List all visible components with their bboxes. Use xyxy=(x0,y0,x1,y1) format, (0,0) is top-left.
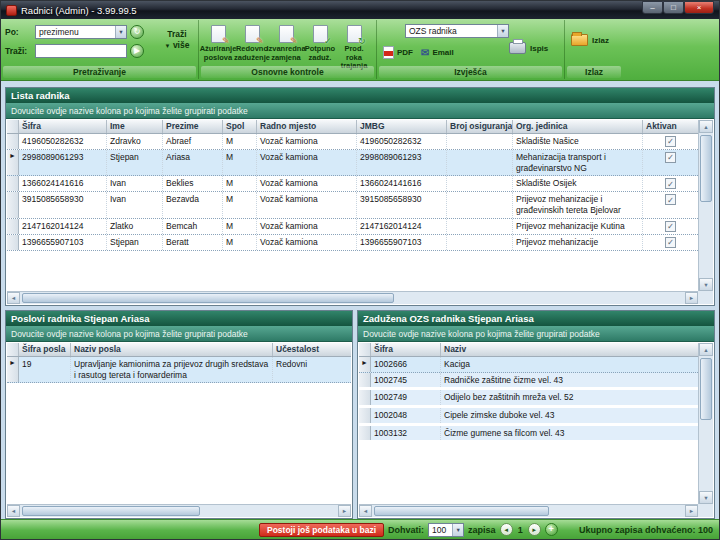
fetch-count-select[interactable]: 100 ▼ xyxy=(428,523,464,537)
table-row[interactable]: 1002745 Radničke zaštitne čizme vel. 43 xyxy=(359,373,698,391)
column-header-naziv[interactable]: Naziv xyxy=(441,343,698,356)
go-icon: ▶ xyxy=(134,47,140,55)
horizontal-scrollbar[interactable]: ◄ ► xyxy=(7,291,698,304)
check-icon: ✓ xyxy=(667,137,674,146)
scrollbar-thumb[interactable] xyxy=(22,506,200,516)
column-header-jmbg[interactable]: JMBG xyxy=(357,120,447,133)
active-checkbox[interactable]: ✓ xyxy=(665,194,676,205)
table-row[interactable]: 1002749 Odijelo bez zaštitnih mreža vel.… xyxy=(359,390,698,408)
search-more-line2: više xyxy=(173,40,190,50)
scrollbar-track[interactable] xyxy=(20,505,338,517)
row-gutter xyxy=(7,219,19,234)
horizontal-scrollbar[interactable]: ◄ ► xyxy=(7,504,351,517)
print-button[interactable]: Ispis xyxy=(509,42,548,54)
scroll-down-button[interactable]: ▼ xyxy=(699,491,713,504)
arrow-down-icon: ▼ xyxy=(703,282,708,288)
table-row[interactable]: 1002048 Cipele zimske duboke vel. 43 xyxy=(359,408,698,426)
scrollbar-track[interactable] xyxy=(699,356,713,491)
workers-group-by-bar[interactable]: Dovucite ovdje nazive kolona po kojima ž… xyxy=(6,103,714,119)
row-gutter xyxy=(7,176,19,191)
selected-row-arrow-icon: ► xyxy=(361,359,368,368)
email-button[interactable]: ✉ Email xyxy=(421,48,454,58)
extraordinary-replacement-button[interactable]: ✎ Izvanredna zamjena xyxy=(269,22,303,71)
controls-group-label: Osnovne kontrole xyxy=(201,66,374,78)
refresh-button[interactable]: ↻ xyxy=(130,25,144,39)
next-page-button[interactable]: ► xyxy=(528,523,541,536)
search-more-line1: Traži xyxy=(156,29,198,40)
vertical-scrollbar[interactable]: ▲ ▼ xyxy=(698,343,713,504)
app-icon[interactable] xyxy=(6,5,17,16)
horizontal-scrollbar[interactable]: ◄ ► xyxy=(359,504,698,517)
title-bar: Radnici (Admin) - 3.99.99.5 – □ × xyxy=(1,1,719,19)
column-header-ucestalost[interactable]: Učestalost xyxy=(273,343,351,356)
column-header-sifra[interactable]: Šifra xyxy=(371,343,441,356)
vertical-scrollbar[interactable]: ▲ ▼ xyxy=(698,120,713,291)
scrollbar-thumb[interactable] xyxy=(700,358,712,420)
column-header-spol[interactable]: Spol xyxy=(223,120,257,133)
scrollbar-thumb[interactable] xyxy=(374,506,549,516)
search-go-button[interactable]: ▶ xyxy=(130,44,144,58)
active-checkbox[interactable]: ✓ xyxy=(665,221,676,232)
fetch-more-button[interactable]: + xyxy=(545,523,558,536)
scrollbar-thumb[interactable] xyxy=(22,293,394,303)
header-gutter xyxy=(7,120,19,133)
table-row-selected[interactable]: ► 1002666 Kaciga xyxy=(359,357,698,373)
close-button[interactable]: × xyxy=(684,1,714,14)
maximize-button[interactable]: □ xyxy=(663,1,684,14)
scrollbar-track[interactable] xyxy=(372,505,685,517)
exit-button[interactable]: Izlaz xyxy=(571,34,609,46)
column-header-sifra-posla[interactable]: Šifra posla xyxy=(19,343,71,356)
scroll-left-button[interactable]: ◄ xyxy=(7,505,20,517)
table-row[interactable]: 1366024141616 Ivan Beklies M Vozač kamio… xyxy=(7,176,698,192)
table-row[interactable]: 1396655907103 Stjepan Beratt M Vozač kam… xyxy=(7,235,698,251)
report-type-select[interactable]: OZS radnika ▼ xyxy=(405,24,509,38)
minimize-button[interactable]: – xyxy=(642,1,663,14)
table-row-selected[interactable]: ► 2998089061293 Stjepan Ariasa M Vozač k… xyxy=(7,150,698,176)
column-header-ime[interactable]: Ime xyxy=(107,120,163,133)
active-checkbox[interactable]: ✓ xyxy=(665,136,676,147)
search-more-button[interactable]: Traži ▼ više xyxy=(156,29,198,52)
pdf-button[interactable]: PDF xyxy=(383,46,413,59)
prev-page-button[interactable]: ◄ xyxy=(500,523,513,536)
extend-expiry-button[interactable]: ↻ Prod. roka trajanja xyxy=(337,22,371,71)
column-header-org-jedinica[interactable]: Org. jedinica xyxy=(513,120,643,133)
column-header-broj-osiguranja[interactable]: Broj osiguranja xyxy=(447,120,513,133)
column-header-sifra[interactable]: Šifra xyxy=(19,120,107,133)
jobs-table-header: Šifra posla Naziv posla Učestalost xyxy=(7,343,351,357)
table-row[interactable]: 3915085658930 Ivan Bezavda M Vozač kamio… xyxy=(7,192,698,218)
scrollbar-thumb[interactable] xyxy=(700,135,712,202)
scroll-right-button[interactable]: ► xyxy=(685,505,698,517)
table-row[interactable]: 1003132 Čizme gumene sa filcom vel. 43 xyxy=(359,426,698,444)
full-assignment-button[interactable]: ✓ Potpuno zaduž. xyxy=(303,22,337,71)
scroll-left-button[interactable]: ◄ xyxy=(359,505,372,517)
scrollbar-track[interactable] xyxy=(699,133,713,278)
search-input[interactable] xyxy=(35,44,127,58)
search-by-value: prezimenu xyxy=(39,27,79,37)
jobs-group-by-bar[interactable]: Dovucite ovdje nazive kolona po kojima ž… xyxy=(6,326,352,342)
arrow-right-icon: ► xyxy=(689,508,694,514)
update-jobs-button[interactable]: ✎ Ažuriranje poslova xyxy=(201,22,235,71)
arrow-left-icon: ◄ xyxy=(11,295,16,301)
scroll-left-button[interactable]: ◄ xyxy=(7,292,20,304)
scroll-right-button[interactable]: ► xyxy=(685,292,698,304)
scroll-up-button[interactable]: ▲ xyxy=(699,120,713,133)
table-row[interactable]: 4196050282632 Zdravko Abraef M Vozač kam… xyxy=(7,134,698,150)
scroll-down-button[interactable]: ▼ xyxy=(699,278,713,291)
column-header-aktivan[interactable]: Aktivan xyxy=(643,120,698,133)
table-row-selected[interactable]: ► 19 Upravljanje kamionima za prijevoz d… xyxy=(7,357,351,383)
scrollbar-track[interactable] xyxy=(20,292,685,304)
column-header-radno-mjesto[interactable]: Radno mjesto xyxy=(257,120,357,133)
column-header-prezime[interactable]: Prezime xyxy=(163,120,223,133)
scroll-up-button[interactable]: ▲ xyxy=(699,343,713,356)
active-checkbox[interactable]: ✓ xyxy=(665,152,676,163)
active-checkbox[interactable]: ✓ xyxy=(665,178,676,189)
arrow-left-icon: ◄ xyxy=(11,508,16,514)
search-by-select[interactable]: prezimenu ▼ xyxy=(35,25,127,39)
regular-assignment-button[interactable]: ✎ Redovno zaduženje xyxy=(235,22,269,71)
ozs-group-by-bar[interactable]: Dovucite ovdje nazive kolona po kojima ž… xyxy=(358,326,714,342)
check-icon: ✓ xyxy=(667,153,674,162)
table-row[interactable]: 2147162014124 Zlatko Bemcah M Vozač kami… xyxy=(7,219,698,235)
column-header-naziv-posla[interactable]: Naziv posla xyxy=(71,343,273,356)
active-checkbox[interactable]: ✓ xyxy=(665,237,676,248)
scroll-right-button[interactable]: ► xyxy=(338,505,351,517)
